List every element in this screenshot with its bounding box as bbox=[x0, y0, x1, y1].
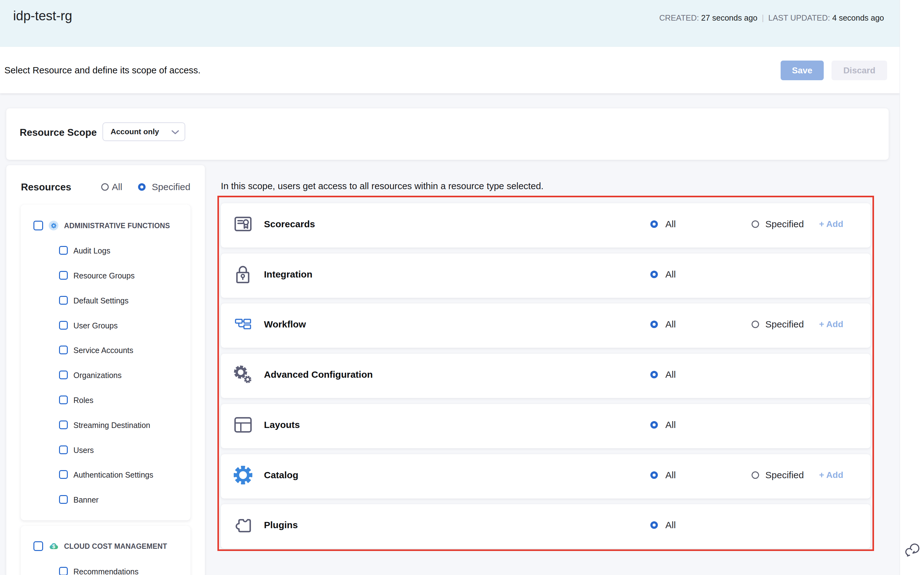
svg-text:$: $ bbox=[52, 543, 55, 550]
